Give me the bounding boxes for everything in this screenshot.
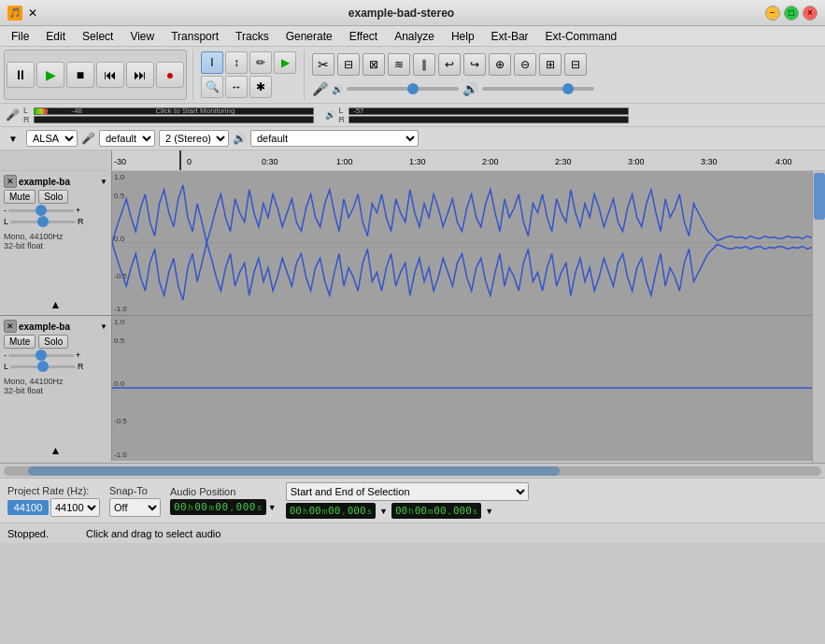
- close-button[interactable]: ×: [803, 6, 818, 21]
- track-1-close-button[interactable]: ✕: [4, 175, 17, 188]
- close-x-icon[interactable]: ✕: [28, 7, 37, 20]
- track-2-pan-slider[interactable]: [10, 365, 76, 368]
- output-level-slider[interactable]: [482, 87, 594, 91]
- multi-tool-button[interactable]: ↔: [225, 76, 248, 98]
- horizontal-scrollbar-thumb[interactable]: [28, 466, 560, 476]
- horizontal-scrollbar[interactable]: [4, 466, 821, 476]
- record-meter-R: [34, 116, 314, 123]
- play-at-speed-button[interactable]: ▶: [274, 51, 296, 74]
- redo-button[interactable]: ↪: [463, 53, 486, 76]
- copy-button[interactable]: ⊟: [337, 53, 360, 76]
- zoom-tool-button[interactable]: 🔍: [201, 76, 223, 98]
- star-tool-button[interactable]: ✱: [249, 76, 272, 98]
- selection-end-time: 00h 00m 00, 000s: [391, 503, 481, 519]
- select-tool-button[interactable]: I: [201, 51, 223, 74]
- menu-tracks[interactable]: Tracks: [228, 28, 277, 45]
- zoom-sel-button[interactable]: ⊟: [564, 53, 587, 76]
- paste-button[interactable]: ⊠: [363, 53, 385, 76]
- track-2-collapse-button[interactable]: ▲: [4, 444, 107, 457]
- menu-effect[interactable]: Effect: [342, 28, 385, 45]
- record-button[interactable]: ●: [156, 62, 184, 88]
- selection-start-down-icon[interactable]: ▼: [379, 507, 388, 516]
- track-1-y-zero: 0.0: [114, 235, 124, 243]
- skip-end-button[interactable]: ⏭: [126, 62, 154, 88]
- menu-generate[interactable]: Generate: [278, 28, 340, 45]
- track-1-collapse-button[interactable]: ▲: [4, 298, 107, 311]
- track-2-waveform[interactable]: 1.0 0.5 0.0 -0.5 -1.0: [112, 316, 812, 461]
- title-bar: 🎵 ✕ example-bad-stereo − □ ×: [0, 0, 825, 26]
- track-1-waveform[interactable]: 1.0 0.5 0.0 -0.5 -1.0 // Will be rendere…: [112, 171, 812, 315]
- track-2-dropdown-icon[interactable]: ▼: [100, 322, 107, 331]
- menu-analyze[interactable]: Analyze: [387, 28, 442, 45]
- horizontal-scrollbar-container: [0, 463, 825, 478]
- record-meter: -57 -48 Click to Start Monitoring: [34, 107, 314, 123]
- status-left: Stopped.: [7, 528, 49, 539]
- track-1-pan-slider[interactable]: [10, 221, 76, 223]
- track-1-solo-button[interactable]: Solo: [38, 190, 68, 204]
- minimize-button[interactable]: −: [765, 6, 780, 21]
- menu-ext-command[interactable]: Ext-Command: [538, 28, 625, 45]
- bottom-controls: Project Rate (Hz): 44100 44100 Snap-To O…: [0, 478, 825, 522]
- ruler-ticks-area: -30 0 0:30 1:00 1:30 2:00 2:30 3:00 3:30…: [112, 150, 825, 170]
- selection-type-select[interactable]: Start and End of Selection Start and Len…: [286, 482, 529, 501]
- track-2-y-nhalf: -0.5: [114, 417, 127, 425]
- track-2-info: Mono, 44100Hz 32-bit float: [4, 377, 107, 395]
- track-1-y-max: 1.0: [114, 173, 124, 181]
- output-device-select[interactable]: default: [250, 130, 419, 147]
- skip-start-button[interactable]: ⏮: [96, 62, 124, 88]
- input-toggle[interactable]: ▼: [4, 129, 22, 148]
- input-device-select[interactable]: default: [99, 130, 155, 147]
- maximize-button[interactable]: □: [784, 6, 799, 21]
- track-1-mute-button[interactable]: Mute: [4, 190, 36, 204]
- silence-button[interactable]: ∥: [413, 53, 435, 76]
- stop-button[interactable]: ■: [66, 62, 94, 88]
- zoom-fit-button[interactable]: ⊞: [539, 53, 562, 76]
- vertical-scrollbar[interactable]: [812, 171, 825, 463]
- track-2-close-button[interactable]: ✕: [4, 320, 17, 333]
- track-1-pan-L: L: [4, 217, 8, 226]
- menu-view[interactable]: View: [122, 28, 162, 45]
- project-rate-value[interactable]: 44100: [7, 500, 49, 515]
- track-2-mute-button[interactable]: Mute: [4, 335, 36, 349]
- envelope-tool-button[interactable]: ↕: [225, 51, 248, 74]
- toolbar-separator-1: [192, 50, 193, 100]
- tick-030: 0:30: [262, 157, 278, 166]
- api-select[interactable]: ALSA: [26, 130, 78, 147]
- tick-130: 1:30: [409, 157, 426, 166]
- timeline-cursor: [179, 150, 181, 170]
- track-2-pan-R: R: [78, 362, 84, 371]
- cut-button[interactable]: ✂: [312, 53, 334, 76]
- status-right: Click and drag to select audio: [86, 528, 220, 539]
- menu-ext-bar[interactable]: Ext-Bar: [484, 28, 536, 45]
- zoom-out-button[interactable]: ⊖: [514, 53, 536, 76]
- snap-to-select[interactable]: Off Nearest Prior: [109, 498, 161, 517]
- track-1-dropdown-icon[interactable]: ▼: [100, 178, 107, 186]
- undo-button[interactable]: ↩: [438, 53, 461, 76]
- menu-help[interactable]: Help: [444, 28, 482, 45]
- channels-select[interactable]: 2 (Stereo): [159, 130, 229, 147]
- zoom-in-button[interactable]: ⊕: [489, 53, 511, 76]
- trim-button[interactable]: ≋: [388, 53, 410, 76]
- project-rate-dropdown[interactable]: 44100: [50, 498, 100, 517]
- tools-row-2: 🔍 ↔ ✱: [201, 76, 296, 98]
- edit-row-1: ✂ ⊟ ⊠ ≋ ∥ ↩ ↪ ⊕ ⊖ ⊞ ⊟: [312, 53, 594, 76]
- menu-file[interactable]: File: [4, 28, 36, 45]
- track-1-gain-plus: +: [76, 206, 80, 215]
- play-button[interactable]: ▶: [36, 62, 64, 88]
- pause-button[interactable]: ⏸: [7, 62, 35, 88]
- menu-select[interactable]: Select: [75, 28, 121, 45]
- track-1-gain-slider[interactable]: [8, 209, 74, 212]
- draw-tool-button[interactable]: ✏: [249, 51, 272, 74]
- selection-start-time: 00h 00m 00, 000s: [286, 503, 376, 519]
- menu-transport[interactable]: Transport: [164, 28, 226, 45]
- playback-level-slider[interactable]: [347, 87, 459, 91]
- track-1-y-nhalf: -0.5: [114, 272, 127, 280]
- speaker-small-icon: 🔊: [325, 110, 335, 120]
- track-2-solo-button[interactable]: Solo: [38, 335, 68, 349]
- selection-end-down-icon[interactable]: ▼: [485, 507, 493, 516]
- track-2-gain-slider[interactable]: [8, 354, 74, 357]
- vertical-scrollbar-thumb[interactable]: [814, 173, 825, 220]
- track-1-pan-R: R: [78, 217, 84, 226]
- audio-position-down-icon[interactable]: ▼: [268, 503, 277, 512]
- menu-edit[interactable]: Edit: [38, 28, 73, 45]
